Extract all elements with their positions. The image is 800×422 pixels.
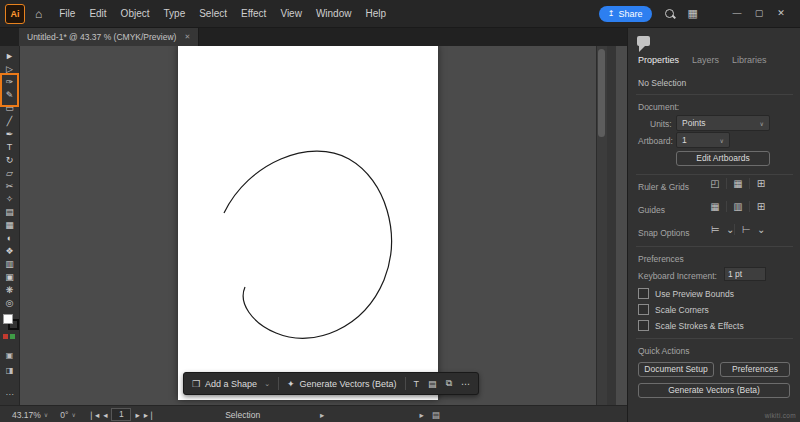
scale-tool[interactable]: ▱	[0, 167, 19, 180]
draw-mode-icon[interactable]: ▣	[0, 351, 19, 360]
rotation-dropdown[interactable]: 0° ∨	[54, 410, 82, 420]
mesh-tool[interactable]: ▦	[0, 219, 19, 232]
use-preview-bounds-checkbox[interactable]: Use Preview Bounds	[638, 288, 734, 299]
edit-artboards-button[interactable]: Edit Artboards	[676, 151, 770, 166]
status-bar: 43.17% ∨ 0° ∨ ❘◂ ◂ 1 ▸ ▸❘ Selection ▸ ▸ …	[0, 405, 627, 422]
zoom-dropdown[interactable]: 43.17% ∨	[6, 410, 54, 420]
window-controls: — ▢ ✕	[726, 0, 792, 27]
next-artboard-icon[interactable]: ▸	[135, 410, 139, 420]
tab-close-icon[interactable]: ✕	[184, 33, 190, 41]
canvas-area[interactable]: ❒ Add a Shape ⌄ ✦ Generate Vectors (Beta…	[20, 46, 616, 405]
document-setup-button[interactable]: Document Setup	[638, 362, 714, 377]
menu-object[interactable]: Object	[114, 0, 157, 27]
units-dropdown[interactable]: Points ∨	[676, 115, 770, 131]
type-icon[interactable]: T	[414, 379, 420, 389]
drawn-curve	[178, 45, 438, 400]
scrollbar-thumb[interactable]	[598, 49, 605, 137]
chevron-down-icon: ⌄	[726, 224, 734, 235]
screen-mode-icon[interactable]: ◨	[0, 366, 19, 375]
first-artboard-icon[interactable]: ❘◂	[88, 410, 99, 420]
graph-tool[interactable]: ▥	[0, 258, 19, 271]
preferences-section-label: Preferences	[638, 254, 684, 264]
more-options-icon[interactable]: ⋯	[461, 379, 470, 389]
menu-effect[interactable]: Effect	[234, 0, 273, 27]
artboard[interactable]	[178, 45, 438, 400]
zoom-tool[interactable]: ◎	[0, 297, 19, 310]
snap-to-grid-icon[interactable]: ⊨	[704, 224, 726, 235]
artboard-navigation: ❘◂ ◂ 1 ▸ ▸❘	[88, 408, 155, 421]
menu-edit[interactable]: Edit	[82, 0, 113, 27]
toolbar-more-icon[interactable]: ⋯	[0, 390, 19, 399]
menu-file[interactable]: File	[52, 0, 82, 27]
document-icon[interactable]: ▤	[428, 379, 437, 389]
menu-bar: Ai ⌂ File Edit Object Type Select Effect…	[0, 0, 800, 28]
workspace-switcher-icon[interactable]: ▦	[688, 7, 698, 20]
menu-select[interactable]: Select	[192, 0, 234, 27]
previous-artboard-icon[interactable]: ◂	[103, 410, 107, 420]
menu-type[interactable]: Type	[157, 0, 193, 27]
blend-tool[interactable]: ◐	[0, 232, 19, 245]
snap-to-point-icon[interactable]: ⊢	[734, 224, 757, 235]
symbol-sprayer-tool[interactable]: ❖	[0, 245, 19, 258]
document-tab[interactable]: Untitled-1* @ 43.37 % (CMYK/Preview) ✕	[19, 28, 199, 46]
generate-vectors-button[interactable]: ✦ Generate Vectors (Beta)	[279, 373, 405, 394]
minimize-button[interactable]: —	[726, 0, 748, 27]
artboard-number-field[interactable]: 1	[111, 408, 131, 421]
tab-layers[interactable]: Layers	[692, 55, 719, 65]
status-expand-icon[interactable]: ▸	[320, 410, 324, 420]
artboard-tool[interactable]: ▣	[0, 271, 19, 284]
tab-properties[interactable]: Properties	[638, 55, 679, 65]
grid-icon[interactable]: ▦	[726, 178, 749, 189]
image-icon[interactable]: ⧉	[446, 378, 452, 389]
line-segment-tool[interactable]: ╱	[0, 115, 19, 128]
rotate-tool[interactable]: ↻	[0, 154, 19, 167]
menu-help[interactable]: Help	[358, 0, 393, 27]
search-icon[interactable]	[664, 8, 676, 20]
type-tool[interactable]: T	[0, 141, 19, 154]
vertical-scrollbar[interactable]	[596, 46, 607, 405]
chevron-down-icon[interactable]: ⌄	[264, 380, 270, 388]
illustrator-window: { "colors": { "accent_blue": "#2d7ff0", …	[0, 0, 800, 422]
scale-corners-checkbox[interactable]: Scale Corners	[638, 304, 709, 315]
gradient-button[interactable]	[10, 334, 15, 339]
artboard-dropdown[interactable]: 1 ∨	[676, 132, 730, 148]
selection-tool[interactable]: ►	[0, 50, 19, 63]
corner-ruler-icon[interactable]: ◰	[704, 178, 726, 189]
pen-tool[interactable]: ✒	[0, 128, 19, 141]
play-icon[interactable]: ▸	[419, 410, 423, 420]
add-shape-button[interactable]: ❒ Add a Shape ⌄	[184, 373, 278, 394]
show-guides-icon[interactable]: ▦	[704, 201, 726, 212]
panel-icon[interactable]: ▤	[432, 410, 440, 420]
generate-vectors-quick-action-button[interactable]: Generate Vectors (Beta)	[638, 383, 790, 398]
status-indicator: Selection	[225, 410, 260, 420]
lock-guides-icon[interactable]: ▥	[726, 201, 749, 212]
checkbox-box[interactable]	[638, 288, 649, 299]
preferences-button[interactable]: Preferences	[720, 362, 790, 377]
scissors-tool[interactable]: ✂	[0, 180, 19, 193]
maximize-button[interactable]: ▢	[748, 0, 770, 27]
comment-icon[interactable]	[637, 36, 650, 46]
fill-swatch[interactable]	[3, 314, 13, 324]
close-button[interactable]: ✕	[770, 0, 792, 27]
hand-tool[interactable]: ❋	[0, 284, 19, 297]
scale-strokes-effects-checkbox[interactable]: Scale Strokes & Effects	[638, 320, 744, 331]
keyboard-increment-input[interactable]	[724, 267, 766, 281]
share-button[interactable]: ↥ Share	[599, 6, 652, 22]
last-artboard-icon[interactable]: ▸❘	[144, 410, 155, 420]
panel-tabs: Properties Layers Libraries	[638, 55, 767, 65]
tab-libraries[interactable]: Libraries	[732, 55, 767, 65]
checkbox-label: Scale Corners	[655, 305, 709, 315]
menu-window[interactable]: Window	[309, 0, 359, 27]
make-guides-icon[interactable]: ⊞	[749, 201, 772, 212]
watermark: wikiti.com	[765, 412, 796, 419]
home-icon[interactable]: ⌂	[35, 7, 42, 21]
generate-vectors-label: Generate Vectors (Beta)	[300, 379, 397, 389]
checkbox-box[interactable]	[638, 304, 649, 315]
app-icon[interactable]: Ai	[5, 4, 25, 24]
pixel-grid-icon[interactable]: ⊞	[749, 178, 772, 189]
gradient-tool[interactable]: ▤	[0, 206, 19, 219]
checkbox-box[interactable]	[638, 320, 649, 331]
menu-view[interactable]: View	[273, 0, 309, 27]
color-button[interactable]	[3, 334, 8, 339]
eyedropper-tool[interactable]: ✧	[0, 193, 19, 206]
